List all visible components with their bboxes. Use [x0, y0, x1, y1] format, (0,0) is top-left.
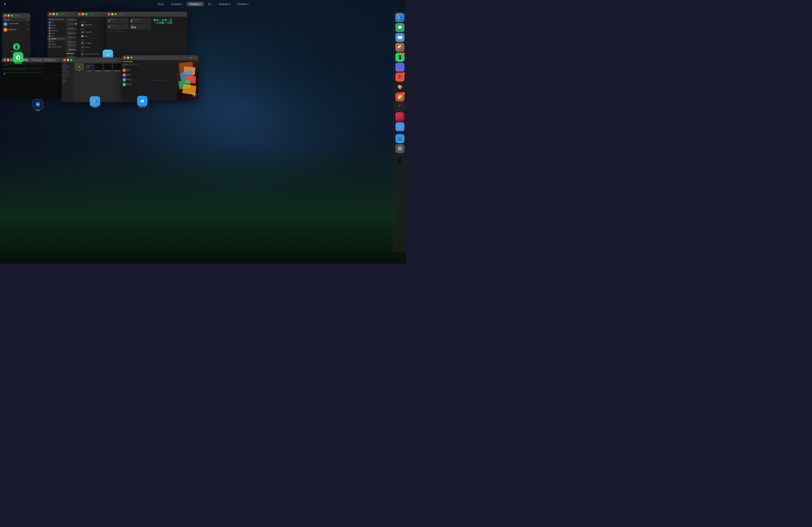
minimize-button[interactable]	[8, 14, 10, 17]
dock-setapp[interactable]: ⚙️	[395, 144, 404, 153]
finder-sidebar: Recents Applications Desktop Documents D…	[61, 62, 74, 102]
sysset-focus[interactable]: Focus	[47, 35, 66, 37]
tg-more-icon[interactable]: ⋯	[195, 57, 197, 59]
sysset-wifi[interactable]: Wi-Fi	[47, 21, 66, 24]
finder-icon[interactable]: 😊	[90, 96, 100, 107]
tg-chat-noname[interactable]: N No name file compilations .doc	[122, 77, 139, 82]
dock-zoom[interactable]: 📹 Zoom	[395, 134, 404, 143]
habit-minimize[interactable]	[82, 13, 84, 15]
dock-toggl[interactable]: ⏱ !	[395, 73, 404, 81]
warp-tab-tenant[interactable]: Tenant	[30, 58, 43, 62]
finder-sharelly[interactable]: Sharelly	[61, 79, 74, 81]
dock-mail[interactable]: ✉️	[395, 33, 404, 42]
sysset-network[interactable]: Network	[47, 27, 66, 29]
finder-close[interactable]	[63, 59, 66, 61]
warp-settings-icon[interactable]: ⚙	[57, 59, 58, 61]
tab-music[interactable]: Music	[154, 2, 167, 6]
sysset-sound[interactable]: Sound	[47, 32, 66, 35]
warp-tab-gateway[interactable]: Gateway	[43, 58, 53, 62]
telegram-minimize[interactable]	[127, 57, 129, 59]
tab-desktop4[interactable]: Desktop 4	[234, 2, 252, 6]
exercise-calendar	[153, 18, 186, 30]
tab-desktop1[interactable]: Desktop 1	[168, 2, 186, 6]
dock-messages[interactable]: 💬	[395, 23, 404, 32]
dock-discord[interactable]: 🎮	[395, 63, 404, 72]
dock-todoist[interactable]: ✅ !	[395, 92, 404, 102]
warp-close-icon[interactable]: ✕	[59, 59, 60, 61]
tg-search-icon[interactable]: 🔍	[190, 57, 192, 59]
sysset-search[interactable]: 🔍 Search	[48, 18, 64, 20]
finder-downloads[interactable]: Downloads	[61, 72, 74, 75]
telegram-icon[interactable]	[137, 96, 147, 106]
whatsapp-chat-item[interactable]: +1 +1 (801) 384-8402 ... 3/29/23	[2, 21, 30, 27]
svg-text:W: W	[37, 103, 39, 106]
close-button[interactable]	[4, 14, 6, 17]
tg-search-field[interactable]: 🔍 Search	[122, 63, 138, 65]
sysset-mouse[interactable]: Mouse	[47, 40, 66, 43]
finder-documents[interactable]: Documents	[61, 70, 74, 72]
exercise-close[interactable]	[108, 13, 110, 15]
sysset-trackpad[interactable]: Trackpad	[47, 43, 66, 46]
maximize-button[interactable]	[11, 14, 13, 17]
telegram-maximize[interactable]	[130, 57, 133, 59]
dock-figma[interactable]: 🎨	[395, 82, 404, 91]
warp-icon[interactable]: W	[33, 99, 43, 109]
whatsapp-icon[interactable]: 📱	[13, 52, 23, 63]
svg-rect-10	[86, 67, 88, 69]
zoom-text: Zoom	[395, 141, 404, 143]
tg-add-btn[interactable]: +	[192, 92, 197, 97]
warp-maximize[interactable]	[10, 59, 13, 61]
dock-tweetbot[interactable]: 🐦	[395, 122, 404, 131]
whatsapp-chat-item-2[interactable]: S Sharelly group You wrote... 3/07/53	[2, 27, 30, 33]
habit-close[interactable]	[78, 13, 81, 15]
habit-maximize[interactable]	[85, 13, 88, 15]
dock-whatsapp[interactable]: 📱 1	[395, 53, 404, 62]
finder-file-base[interactable]: 📁 Base	[75, 63, 83, 72]
finder-file-grid[interactable]: Grid.png	[85, 63, 93, 72]
warp-minimize[interactable]	[7, 59, 9, 61]
finder-maximize[interactable]	[70, 59, 72, 61]
tg-call-icon[interactable]: 📞	[193, 57, 194, 59]
sysset-printers[interactable]: Printers & Scanners	[47, 46, 66, 48]
finder-shared[interactable]: Shared	[61, 77, 74, 79]
sysset-notifications[interactable]: Notifications	[47, 29, 66, 32]
sysset-minimize[interactable]	[53, 13, 55, 15]
dock-trash[interactable]: 🗑	[395, 156, 404, 165]
telegram-close[interactable]	[124, 57, 126, 59]
finder-wpe[interactable]: WPE	[61, 81, 74, 84]
sysset-maximize[interactable]	[56, 13, 58, 15]
dock-finder[interactable]	[395, 13, 404, 22]
archived-edit[interactable]: Edit	[26, 19, 29, 20]
dock-arc[interactable]: 🌊	[395, 43, 404, 52]
tg-chat-finance[interactable]: F Finance Photo	[122, 73, 139, 77]
whatsapp-header: Archived Edit	[2, 18, 30, 21]
tab-desktop3[interactable]: Desktop 3	[216, 2, 233, 6]
tg-chat-grant[interactable]: G Grant 90p Grant 90p	[122, 82, 139, 87]
add-desktop-button[interactable]: +	[2, 1, 8, 7]
telegram-toolbar: 🔍 📞 ⋯	[190, 57, 197, 59]
finder-icloud[interactable]: iCloud Drive	[61, 75, 74, 77]
exercise-maximize[interactable]	[115, 13, 117, 15]
warp-close[interactable]	[4, 59, 6, 61]
window-title: WhatsApp	[15, 15, 21, 16]
finder-desktop[interactable]: Desktop	[61, 68, 74, 70]
dock-bezel[interactable]: 📱	[395, 102, 404, 111]
warp-search-icon[interactable]: 🔍	[54, 59, 56, 61]
tab-arc[interactable]: Arc	[205, 2, 215, 6]
finder-minimize[interactable]	[67, 59, 69, 61]
tab-desktop2[interactable]: Desktop 2	[187, 2, 204, 6]
exercise-minimize[interactable]	[111, 13, 114, 15]
dock-music[interactable]: 🎵	[395, 112, 404, 121]
finder-file-terminal3[interactable]: ❯ _ Terminal3.png	[113, 63, 121, 72]
tg-chat-polana[interactable]: P Polana Photo	[122, 68, 139, 73]
sysset-close[interactable]	[49, 13, 52, 15]
telegram-desktop-icon: Telegram	[137, 96, 147, 108]
sysset-keyboard[interactable]: Keyboard	[47, 37, 66, 40]
svg-rect-15	[104, 64, 111, 69]
sysset-bluetooth[interactable]: Bluetooth	[47, 24, 66, 27]
finder-applications[interactable]: Applications	[61, 65, 74, 68]
finder-file-terminal2[interactable]: $ _ Terminal2.png	[103, 63, 112, 72]
finder-file-terminal[interactable]: $ _ command Terminal.png	[94, 63, 102, 72]
whatsapp-titlebar: WhatsApp	[2, 13, 30, 18]
finder-recents[interactable]: Recents	[61, 63, 74, 65]
